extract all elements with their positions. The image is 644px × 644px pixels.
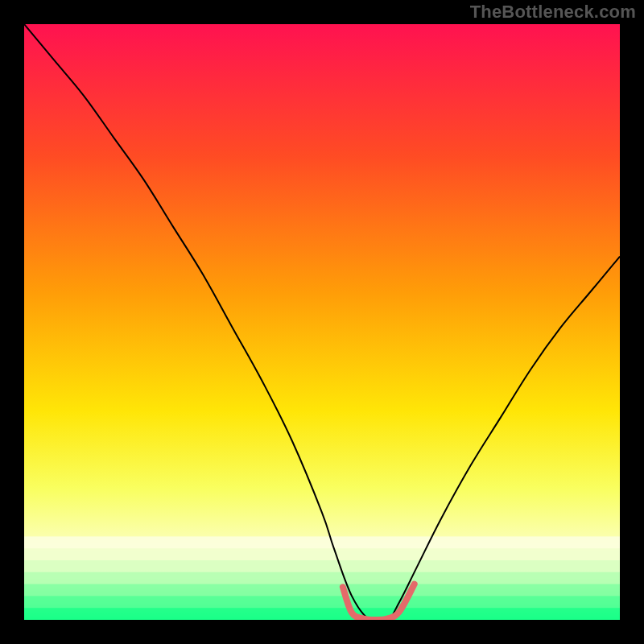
svg-rect-2 [24, 560, 620, 572]
plot-area [24, 24, 620, 620]
chart-svg [24, 24, 620, 620]
chart-frame: TheBottleneck.com [0, 0, 644, 644]
svg-rect-5 [24, 596, 620, 608]
svg-rect-4 [24, 584, 620, 597]
watermark-text: TheBottleneck.com [470, 2, 636, 23]
bottom-bands [24, 536, 620, 620]
svg-rect-0 [24, 536, 620, 548]
chart-background [24, 24, 620, 620]
svg-rect-3 [24, 572, 620, 584]
svg-rect-1 [24, 548, 620, 560]
svg-rect-6 [24, 608, 620, 620]
